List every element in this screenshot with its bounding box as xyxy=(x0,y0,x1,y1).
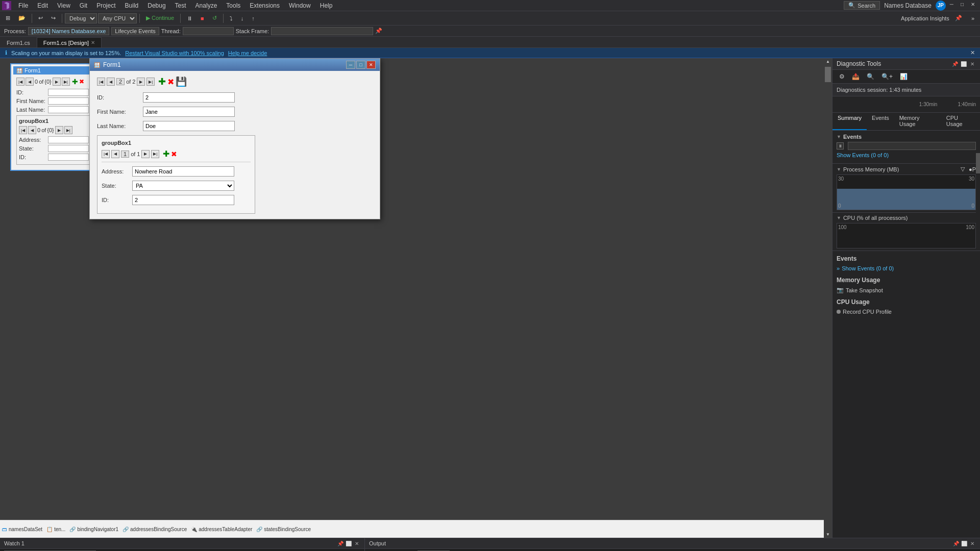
bg-nav-last[interactable]: ▶| xyxy=(62,78,70,86)
bg-group-nav-next[interactable]: ▶ xyxy=(55,126,63,134)
show-events-link[interactable]: » Show Events (0 of 0) xyxy=(837,265,976,271)
bg-group-nav-first[interactable]: |◀ xyxy=(19,126,27,134)
output-pin-btn[interactable]: 📌 xyxy=(952,540,960,547)
diag-tab-events[interactable]: Events xyxy=(867,113,894,130)
stop-btn[interactable]: ■ xyxy=(197,14,208,23)
menu-debug[interactable]: Debug xyxy=(143,1,169,10)
main-input-firstname[interactable] xyxy=(143,107,235,117)
bg-group-nav-last[interactable]: ▶| xyxy=(64,126,72,134)
avatar[interactable]: JP xyxy=(936,1,946,11)
menu-build[interactable]: Build xyxy=(121,1,143,10)
main-group-nav-first[interactable]: |◀ xyxy=(102,150,110,158)
main-nav-del[interactable]: ✖ xyxy=(167,77,174,87)
show-events-label[interactable]: Show Events (0 of 0) xyxy=(837,152,976,158)
component-binding-navigator[interactable]: 🔗 bindingNavigator1 xyxy=(69,527,118,532)
diag-tab-cpu[interactable]: CPU Usage xyxy=(941,113,980,130)
main-nav-save[interactable]: 💾 xyxy=(176,76,187,87)
bg-nav-del[interactable]: ✖ xyxy=(79,78,84,85)
bg-input-id2[interactable] xyxy=(48,154,89,161)
menu-file[interactable]: File xyxy=(14,1,32,10)
component-states-binding[interactable]: 🔗 statesBindingSource xyxy=(256,527,311,532)
bg-nav-next[interactable]: ▶ xyxy=(53,78,61,86)
menu-tools[interactable]: Tools xyxy=(222,1,244,10)
main-nav-first[interactable]: |◀ xyxy=(97,78,105,86)
diag-search-btn[interactable]: 🔍 xyxy=(864,72,877,81)
main-nav-prev[interactable]: ◀ xyxy=(107,78,115,86)
main-input-state[interactable]: PA CA NY TX FL xyxy=(132,181,234,191)
stack-frame-pin[interactable]: 📌 xyxy=(375,28,382,34)
main-group-nav-del[interactable]: ✖ xyxy=(171,150,177,158)
main-input-address[interactable] xyxy=(132,166,234,177)
main-input-group-id[interactable] xyxy=(132,195,234,205)
menu-edit[interactable]: Edit xyxy=(33,1,52,10)
events-pause-btn[interactable]: ⏸ xyxy=(837,142,844,149)
bg-input-id[interactable] xyxy=(48,89,89,96)
memory-filter-btn[interactable]: ▽ xyxy=(961,166,965,172)
menu-view[interactable]: View xyxy=(53,1,75,10)
restart-btn[interactable]: ↺ xyxy=(209,13,220,23)
lifecycle-events-btn[interactable]: Lifecycle Events xyxy=(111,27,159,35)
output-pop-btn[interactable]: ⬜ xyxy=(961,540,968,547)
tab-form1cs-design[interactable]: Form1.cs [Design] ✕ xyxy=(37,37,102,47)
process-value[interactable]: [10324] Names Database.exe xyxy=(28,27,110,35)
diag-export-btn[interactable]: 📤 xyxy=(849,72,862,81)
watch-pop-btn[interactable]: ⬜ xyxy=(345,540,352,547)
main-nav-last[interactable]: ▶| xyxy=(146,78,155,86)
diag-pin-btn[interactable]: 📌 xyxy=(951,60,959,67)
output-close-btn[interactable]: ✕ xyxy=(969,540,976,547)
continue-button[interactable]: ▶ Continue xyxy=(142,13,178,23)
menu-extensions[interactable]: Extensions xyxy=(246,1,284,10)
take-snapshot-btn[interactable]: 📷 Take Snapshot xyxy=(837,287,976,293)
close-button[interactable]: ✕ xyxy=(968,1,978,11)
main-group-nav-next[interactable]: ▶ xyxy=(141,150,150,158)
search-toolbar[interactable]: 🔍 Search xyxy=(844,1,880,10)
menu-analyze[interactable]: Analyze xyxy=(191,1,222,10)
menu-test[interactable]: Test xyxy=(171,1,190,10)
menu-window[interactable]: Window xyxy=(285,1,315,10)
diag-close-btn[interactable]: ✕ xyxy=(969,60,976,67)
diag-settings-btn[interactable]: ⚙ xyxy=(837,72,847,81)
main-form-close[interactable]: ✕ xyxy=(366,61,376,69)
bg-input-address[interactable] xyxy=(48,136,89,143)
record-cpu-btn[interactable]: Record CPU Profile xyxy=(837,309,976,315)
undo-btn[interactable]: ↩ xyxy=(35,13,46,23)
main-group-nav-add[interactable]: ✚ xyxy=(163,149,169,159)
redo-btn[interactable]: ↪ xyxy=(47,13,59,23)
main-nav-add[interactable]: ✚ xyxy=(158,76,166,87)
bg-input-lastname[interactable] xyxy=(48,106,89,113)
menu-git[interactable]: Git xyxy=(76,1,91,10)
diag-vscrollbar[interactable] xyxy=(976,143,980,245)
component-addresses-binding[interactable]: 🔗 addressesBindingSource xyxy=(122,527,187,532)
open-btn[interactable]: 📂 xyxy=(15,13,29,23)
bg-nav-add[interactable]: ✚ xyxy=(72,78,78,86)
debug-mode-dropdown[interactable]: Debug xyxy=(65,13,97,23)
main-form-minimize[interactable]: ─ xyxy=(346,61,355,69)
thread-dropdown[interactable] xyxy=(183,27,234,35)
diag-chart-btn[interactable]: 📊 xyxy=(897,72,910,81)
pin-btn[interactable]: 📌 xyxy=(951,13,966,23)
minimize-button[interactable]: ─ xyxy=(947,1,957,11)
diag-zoom-in-btn[interactable]: 🔍+ xyxy=(879,72,895,81)
pause-btn[interactable]: ⏸ xyxy=(183,14,196,23)
menu-help[interactable]: Help xyxy=(316,1,337,10)
component-addresses-adapter[interactable]: 🔌 addressesTableAdapter xyxy=(191,527,252,532)
step-into-btn[interactable]: ↓ xyxy=(237,14,248,23)
watch-close-btn[interactable]: ✕ xyxy=(353,540,360,547)
bg-input-state[interactable] xyxy=(48,145,89,152)
watch-pin-btn[interactable]: 📌 xyxy=(337,540,344,547)
restore-button[interactable]: □ xyxy=(958,1,967,11)
bg-group-nav-prev[interactable]: ◀ xyxy=(28,126,36,134)
help-decide-link[interactable]: Help me decide xyxy=(228,50,267,56)
component-names-dataset[interactable]: 🗃 namesDataSet xyxy=(2,527,42,532)
step-over-btn[interactable]: ⤵ xyxy=(226,14,236,23)
stack-frame-dropdown[interactable] xyxy=(271,27,373,35)
memory-record-btn[interactable]: ●P xyxy=(969,166,976,172)
step-out-btn[interactable]: ↑ xyxy=(248,14,258,23)
scroll-up-btn[interactable]: ▲ xyxy=(825,58,831,65)
main-nav-next[interactable]: ▶ xyxy=(137,78,145,86)
menu-project[interactable]: Project xyxy=(92,1,119,10)
cpu-target-dropdown[interactable]: Any CPU xyxy=(98,13,137,23)
component-ten[interactable]: 📋 ten... xyxy=(46,527,65,532)
diag-tab-memory[interactable]: Memory Usage xyxy=(894,113,941,130)
bg-input-firstname[interactable] xyxy=(48,97,89,105)
